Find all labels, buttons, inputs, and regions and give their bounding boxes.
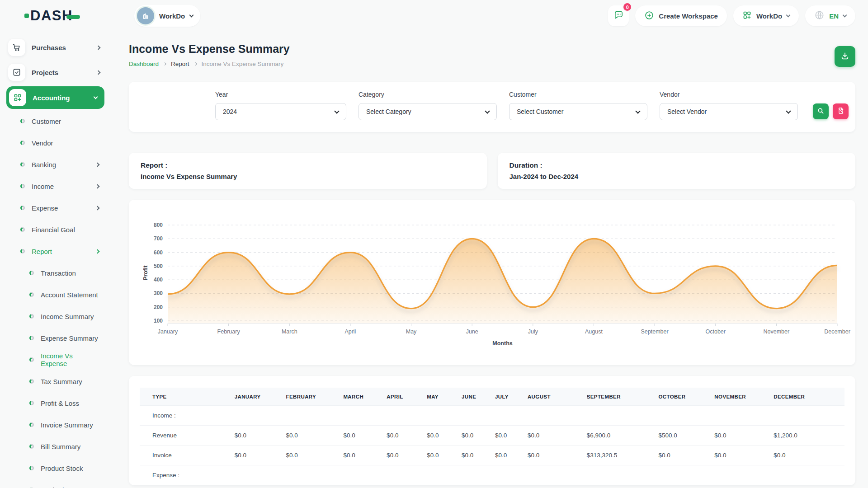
cell-value	[339, 406, 382, 426]
table-row: Revenue$0.0$0.0$0.0$0.0$0.0$0.0$0.0$0.0$…	[140, 426, 844, 446]
customer-select[interactable]: Select Customer	[509, 103, 647, 120]
column-header: SEPTEMBER	[582, 388, 654, 406]
cell-value: $0.0	[654, 446, 710, 465]
cell-value: $0.0	[710, 446, 769, 465]
sidebar-item-accounting-active[interactable]: Accounting	[6, 86, 104, 109]
cell-value	[582, 406, 654, 426]
profit-area-chart: 100200300400500600700800JanuaryFebruaryM…	[142, 209, 843, 359]
sidebar-item-label: Cash Flow	[41, 486, 73, 488]
app-logo[interactable]: DASH	[0, 0, 111, 32]
workspace-name: WorkDo	[159, 12, 185, 20]
cell-value	[422, 465, 457, 485]
x-axis-tick-label: August	[585, 328, 603, 335]
bullet-icon	[20, 119, 25, 123]
year-value: 2024	[223, 108, 237, 115]
messages-count-badge: 0	[623, 2, 632, 12]
bullet-icon	[29, 292, 34, 297]
x-axis-tick-label: November	[764, 328, 790, 335]
sidebar-item-income-summary[interactable]: Income Summary	[6, 305, 104, 327]
export-download-button[interactable]	[835, 46, 855, 67]
year-label: Year	[215, 91, 346, 98]
workspace-switcher[interactable]: WorkDo	[134, 5, 200, 27]
sidebar-item-income[interactable]: Income	[6, 175, 104, 197]
y-axis-title: Profit	[142, 265, 149, 280]
page-title: Income Vs Expense Summary	[129, 42, 290, 56]
column-header: JUNE	[457, 388, 491, 406]
duration-card-title: Duration :	[509, 161, 844, 169]
x-axis-tick-label: June	[466, 328, 478, 335]
customer-value: Select Customer	[517, 108, 563, 115]
messages-button[interactable]: 0	[608, 5, 629, 26]
chevron-down-icon	[843, 13, 847, 18]
chevron-down-icon	[635, 108, 640, 113]
cell-value	[282, 406, 339, 426]
workdo-menu-button[interactable]: WorkDo	[733, 5, 799, 26]
report-card-title: Report :	[141, 161, 475, 169]
x-axis-tick-label: April	[344, 328, 356, 335]
sidebar-item-transaction[interactable]: Transaction	[6, 262, 104, 284]
row-label: Invoice	[140, 446, 230, 465]
cell-value: $6,900.0	[582, 426, 654, 446]
chevron-right-icon	[95, 249, 100, 253]
sidebar-item-vendor[interactable]: Vendor	[6, 132, 104, 154]
sidebar-item-projects[interactable]: Projects	[6, 61, 104, 83]
x-axis-tick-label: February	[217, 328, 241, 335]
cell-value	[710, 465, 769, 485]
filter-field-customer: Customer Select Customer	[509, 91, 647, 120]
cell-value: $0.0	[491, 426, 523, 446]
year-select[interactable]: 2024	[215, 103, 346, 120]
logo-dot-icon	[24, 14, 29, 18]
sidebar-item-label: Profit & Loss	[41, 399, 79, 407]
breadcrumb-item[interactable]: Dashboard	[129, 61, 159, 67]
category-label: Category	[359, 91, 497, 98]
chevron-right-icon	[95, 162, 100, 167]
cell-value	[769, 465, 844, 485]
sidebar-item-report[interactable]: Report	[6, 240, 104, 262]
cell-value	[491, 465, 523, 485]
report-card: Report : Income Vs Expense Summary	[129, 153, 487, 189]
sidebar-item-bill-summary[interactable]: Bill Summary	[6, 436, 104, 457]
vendor-value: Select Vendor	[667, 108, 707, 115]
create-workspace-button[interactable]: Create Workspace	[635, 5, 727, 26]
sidebar-item-label: Expense Summary	[41, 334, 98, 342]
bullet-icon	[29, 444, 34, 449]
cart-icon	[8, 39, 25, 56]
language-selector[interactable]: EN	[805, 5, 855, 26]
sidebar-item-profit-loss[interactable]: Profit & Loss	[6, 392, 104, 414]
sidebar-nav: PurchasesProjectsAccountingCustomerVendo…	[0, 32, 111, 488]
cell-value	[230, 465, 282, 485]
sidebar-item-label: Vendor	[32, 139, 53, 147]
table-row: Invoice$0.0$0.0$0.0$0.0$0.0$0.0$0.0$0.0$…	[140, 446, 844, 465]
sidebar-item-banking[interactable]: Banking	[6, 154, 104, 175]
cell-value	[582, 465, 654, 485]
cell-value	[654, 406, 710, 426]
sidebar-item-label: Income	[32, 183, 54, 190]
workdo-menu-label: WorkDo	[756, 12, 782, 20]
sidebar-item-account-statement[interactable]: Account Statement	[6, 284, 104, 305]
sidebar-item-invoice-summary[interactable]: Invoice Summary	[6, 414, 104, 436]
globe-icon	[814, 10, 825, 22]
sidebar-item-financial-goal[interactable]: Financial Goal	[6, 219, 104, 240]
table-section-row: Income :	[140, 406, 844, 426]
reset-filter-button[interactable]	[833, 103, 849, 119]
category-select[interactable]: Select Category	[359, 103, 497, 120]
sidebar-item-product-stock[interactable]: Product Stock	[6, 457, 104, 479]
sidebar-item-purchases[interactable]: Purchases	[6, 37, 104, 58]
duration-card-value: Jan-2024 to Dec-2024	[509, 173, 844, 180]
column-header: JULY	[491, 388, 523, 406]
sidebar-item-expense[interactable]: Expense	[6, 197, 104, 219]
duration-card: Duration : Jan-2024 to Dec-2024	[498, 153, 856, 189]
download-icon	[840, 52, 849, 62]
sidebar-item-expense-summary[interactable]: Expense Summary	[6, 327, 104, 349]
sidebar-item-customer[interactable]: Customer	[6, 110, 104, 132]
search-button[interactable]	[813, 103, 829, 119]
sidebar-item-label: Expense	[32, 204, 58, 212]
summary-table: TYPEJANUARYFEBRUARYMARCHAPRILMAYJUNEJULY…	[140, 388, 844, 485]
sidebar-item-cash-flow[interactable]: Cash Flow	[6, 479, 104, 488]
cell-value: $0.0	[230, 426, 282, 446]
column-header: TYPE	[140, 388, 230, 406]
vendor-select[interactable]: Select Vendor	[660, 103, 798, 120]
sidebar-item-tax-summary[interactable]: Tax Summary	[6, 371, 104, 392]
x-axis-tick-label: May	[406, 328, 417, 335]
sidebar-item-income-vs-expense[interactable]: Income Vs Expense	[6, 349, 104, 371]
